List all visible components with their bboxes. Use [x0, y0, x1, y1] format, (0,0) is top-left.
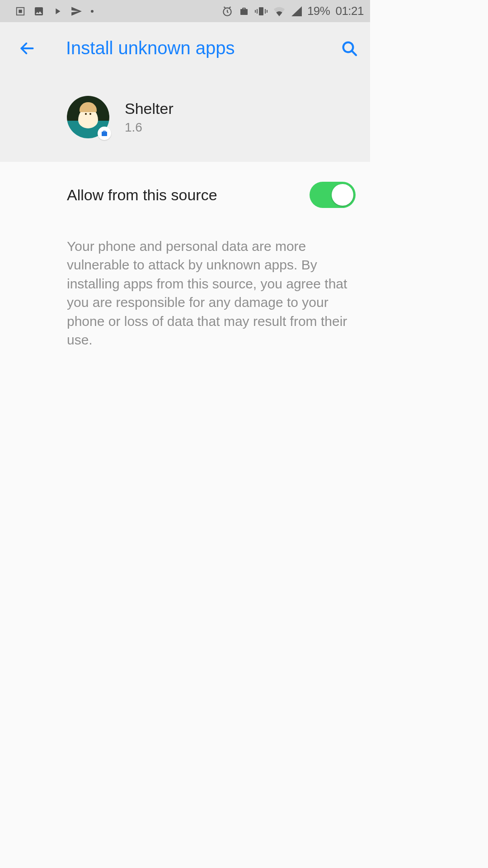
svg-rect-8	[267, 10, 267, 13]
arrow-left-icon	[19, 40, 36, 57]
battery-text: 19%	[307, 4, 330, 18]
search-button[interactable]	[338, 38, 360, 59]
signal-icon	[291, 6, 302, 16]
svg-line-11	[352, 51, 356, 55]
wifi-icon	[273, 6, 286, 16]
status-bar: 19% 01:21	[0, 0, 370, 22]
search-icon	[340, 39, 358, 57]
alarm-icon	[221, 5, 233, 17]
svg-rect-6	[255, 10, 256, 13]
allow-source-switch[interactable]	[310, 182, 356, 208]
page-title: Install unknown apps	[66, 38, 338, 58]
svg-rect-5	[257, 9, 258, 14]
clock-text: 01:21	[335, 4, 364, 18]
status-right: 19% 01:21	[221, 4, 364, 18]
back-button[interactable]	[17, 38, 37, 58]
app-info-section: Shelter 1.6	[0, 74, 370, 162]
play-icon	[52, 6, 62, 16]
app-version: 1.6	[125, 120, 174, 135]
warning-text: Your phone and personal data are more vu…	[0, 228, 370, 349]
svg-rect-7	[265, 9, 266, 14]
image-icon	[33, 6, 44, 17]
app-name: Shelter	[125, 100, 174, 118]
status-left	[15, 5, 94, 17]
app-indicator-icon	[15, 6, 25, 16]
vibrate-icon	[255, 6, 267, 17]
allow-source-label: Allow from this source	[67, 186, 217, 204]
briefcase-icon	[239, 6, 249, 17]
svg-rect-1	[19, 9, 22, 13]
dot-icon	[90, 9, 94, 13]
send-icon	[70, 5, 82, 17]
app-icon	[67, 96, 109, 138]
svg-point-2	[91, 10, 94, 13]
work-profile-badge-icon	[98, 127, 111, 140]
app-bar: Install unknown apps	[0, 22, 370, 74]
svg-rect-4	[259, 7, 263, 15]
allow-source-row[interactable]: Allow from this source	[0, 162, 370, 228]
